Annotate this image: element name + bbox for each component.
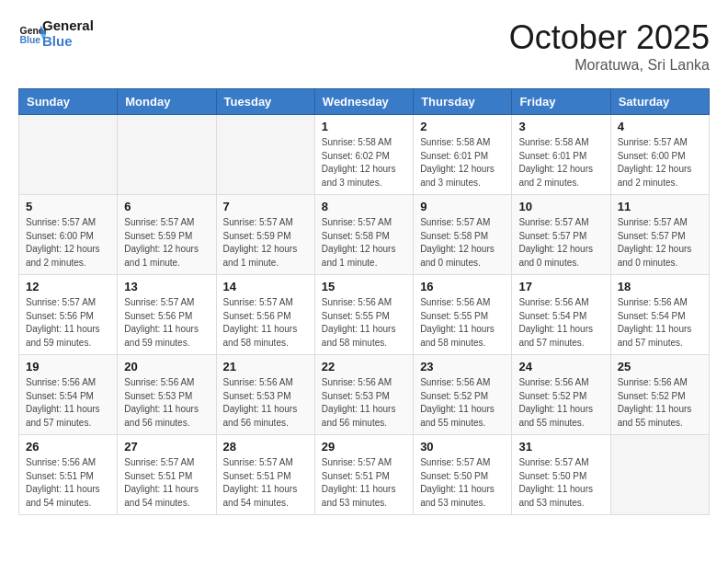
day-info: Sunrise: 5:57 AM Sunset: 5:56 PM Dayligh…: [124, 296, 209, 350]
location: Moratuwa, Sri Lanka: [509, 57, 710, 74]
day-info: Sunrise: 5:58 AM Sunset: 6:01 PM Dayligh…: [518, 136, 603, 190]
day-info: Sunrise: 5:57 AM Sunset: 5:58 PM Dayligh…: [322, 216, 406, 270]
calendar-cell: 13Sunrise: 5:57 AM Sunset: 5:56 PM Dayli…: [118, 275, 216, 355]
day-info: Sunrise: 5:57 AM Sunset: 5:58 PM Dayligh…: [420, 216, 505, 270]
calendar-cell: 21Sunrise: 5:56 AM Sunset: 5:53 PM Dayli…: [216, 355, 314, 435]
day-number: 17: [518, 280, 603, 293]
calendar-cell: 29Sunrise: 5:57 AM Sunset: 5:51 PM Dayli…: [314, 435, 413, 515]
day-number: 9: [420, 200, 505, 213]
day-info: Sunrise: 5:57 AM Sunset: 5:51 PM Dayligh…: [322, 456, 406, 510]
day-number: 26: [26, 440, 110, 454]
calendar-cell: [19, 115, 118, 195]
calendar-cell: 12Sunrise: 5:57 AM Sunset: 5:56 PM Dayli…: [19, 275, 118, 355]
calendar-cell: 28Sunrise: 5:57 AM Sunset: 5:51 PM Dayli…: [216, 435, 314, 515]
day-number: 27: [124, 440, 209, 454]
logo-blue: Blue: [42, 34, 94, 50]
month-title: October 2025: [509, 18, 710, 57]
day-info: Sunrise: 5:56 AM Sunset: 5:54 PM Dayligh…: [26, 376, 110, 430]
day-number: 23: [420, 360, 505, 373]
day-number: 1: [322, 120, 406, 133]
day-number: 24: [518, 360, 603, 373]
day-info: Sunrise: 5:57 AM Sunset: 5:51 PM Dayligh…: [223, 456, 308, 510]
calendar-cell: [118, 115, 216, 195]
day-info: Sunrise: 5:56 AM Sunset: 5:52 PM Dayligh…: [518, 376, 603, 430]
day-number: 8: [322, 200, 406, 213]
day-number: 3: [518, 120, 603, 133]
calendar-cell: 19Sunrise: 5:56 AM Sunset: 5:54 PM Dayli…: [19, 355, 118, 435]
day-info: Sunrise: 5:56 AM Sunset: 5:54 PM Dayligh…: [618, 296, 702, 350]
day-info: Sunrise: 5:57 AM Sunset: 5:50 PM Dayligh…: [518, 456, 603, 510]
day-info: Sunrise: 5:56 AM Sunset: 5:55 PM Dayligh…: [322, 296, 406, 350]
calendar-cell: 6Sunrise: 5:57 AM Sunset: 5:59 PM Daylig…: [118, 195, 216, 275]
week-row-2: 5Sunrise: 5:57 AM Sunset: 6:00 PM Daylig…: [19, 195, 710, 275]
day-number: 19: [26, 360, 110, 373]
weekday-header-row: SundayMondayTuesdayWednesdayThursdayFrid…: [19, 89, 710, 115]
day-info: Sunrise: 5:57 AM Sunset: 5:57 PM Dayligh…: [518, 216, 603, 270]
calendar-cell: [610, 435, 709, 515]
day-number: 15: [322, 280, 406, 293]
calendar-cell: 18Sunrise: 5:56 AM Sunset: 5:54 PM Dayli…: [610, 275, 709, 355]
calendar-cell: 16Sunrise: 5:56 AM Sunset: 5:55 PM Dayli…: [414, 275, 512, 355]
logo: General Blue General Blue: [18, 18, 94, 49]
weekday-thursday: Thursday: [414, 89, 512, 115]
day-number: 30: [420, 440, 505, 454]
day-number: 12: [26, 280, 110, 293]
calendar-cell: 7Sunrise: 5:57 AM Sunset: 5:59 PM Daylig…: [216, 195, 314, 275]
day-number: 18: [618, 280, 702, 293]
calendar-cell: 20Sunrise: 5:56 AM Sunset: 5:53 PM Dayli…: [118, 355, 216, 435]
calendar-cell: 17Sunrise: 5:56 AM Sunset: 5:54 PM Dayli…: [512, 275, 610, 355]
calendar-cell: 30Sunrise: 5:57 AM Sunset: 5:50 PM Dayli…: [414, 435, 512, 515]
calendar-cell: 25Sunrise: 5:56 AM Sunset: 5:52 PM Dayli…: [610, 355, 709, 435]
day-number: 16: [420, 280, 505, 293]
day-number: 31: [518, 440, 603, 454]
title-block: October 2025 Moratuwa, Sri Lanka: [509, 18, 710, 74]
day-number: 21: [223, 360, 308, 373]
calendar-table: SundayMondayTuesdayWednesdayThursdayFrid…: [18, 88, 710, 515]
calendar-cell: 3Sunrise: 5:58 AM Sunset: 6:01 PM Daylig…: [512, 115, 610, 195]
week-row-4: 19Sunrise: 5:56 AM Sunset: 5:54 PM Dayli…: [19, 355, 710, 435]
calendar-cell: 24Sunrise: 5:56 AM Sunset: 5:52 PM Dayli…: [512, 355, 610, 435]
calendar-cell: 14Sunrise: 5:57 AM Sunset: 5:56 PM Dayli…: [216, 275, 314, 355]
day-number: 4: [618, 120, 702, 133]
calendar-cell: 11Sunrise: 5:57 AM Sunset: 5:57 PM Dayli…: [610, 195, 709, 275]
weekday-friday: Friday: [512, 89, 610, 115]
day-info: Sunrise: 5:57 AM Sunset: 5:50 PM Dayligh…: [420, 456, 505, 510]
calendar-cell: 5Sunrise: 5:57 AM Sunset: 6:00 PM Daylig…: [19, 195, 118, 275]
calendar-cell: 15Sunrise: 5:56 AM Sunset: 5:55 PM Dayli…: [314, 275, 413, 355]
day-info: Sunrise: 5:58 AM Sunset: 6:01 PM Dayligh…: [420, 136, 505, 190]
calendar-body: 1Sunrise: 5:58 AM Sunset: 6:02 PM Daylig…: [19, 115, 710, 515]
day-info: Sunrise: 5:56 AM Sunset: 5:53 PM Dayligh…: [124, 376, 209, 430]
day-info: Sunrise: 5:56 AM Sunset: 5:51 PM Dayligh…: [26, 456, 110, 510]
day-info: Sunrise: 5:56 AM Sunset: 5:53 PM Dayligh…: [223, 376, 308, 430]
day-number: 13: [124, 280, 209, 293]
logo-general: General: [42, 18, 94, 34]
day-number: 5: [26, 200, 110, 213]
calendar-cell: 31Sunrise: 5:57 AM Sunset: 5:50 PM Dayli…: [512, 435, 610, 515]
calendar-cell: 10Sunrise: 5:57 AM Sunset: 5:57 PM Dayli…: [512, 195, 610, 275]
week-row-5: 26Sunrise: 5:56 AM Sunset: 5:51 PM Dayli…: [19, 435, 710, 515]
calendar-cell: 27Sunrise: 5:57 AM Sunset: 5:51 PM Dayli…: [118, 435, 216, 515]
day-number: 25: [618, 360, 702, 373]
page-header: General Blue General Blue October 2025 M…: [18, 18, 710, 74]
weekday-wednesday: Wednesday: [314, 89, 413, 115]
calendar-cell: [216, 115, 314, 195]
calendar-cell: 1Sunrise: 5:58 AM Sunset: 6:02 PM Daylig…: [314, 115, 413, 195]
day-info: Sunrise: 5:57 AM Sunset: 6:00 PM Dayligh…: [26, 216, 110, 270]
day-number: 7: [223, 200, 308, 213]
calendar-cell: 22Sunrise: 5:56 AM Sunset: 5:53 PM Dayli…: [314, 355, 413, 435]
week-row-3: 12Sunrise: 5:57 AM Sunset: 5:56 PM Dayli…: [19, 275, 710, 355]
weekday-sunday: Sunday: [19, 89, 118, 115]
day-info: Sunrise: 5:57 AM Sunset: 5:56 PM Dayligh…: [223, 296, 308, 350]
calendar-cell: 8Sunrise: 5:57 AM Sunset: 5:58 PM Daylig…: [314, 195, 413, 275]
day-info: Sunrise: 5:56 AM Sunset: 5:52 PM Dayligh…: [618, 376, 702, 430]
day-number: 2: [420, 120, 505, 133]
weekday-saturday: Saturday: [610, 89, 709, 115]
calendar-cell: 4Sunrise: 5:57 AM Sunset: 6:00 PM Daylig…: [610, 115, 709, 195]
day-info: Sunrise: 5:57 AM Sunset: 5:57 PM Dayligh…: [618, 216, 702, 270]
day-info: Sunrise: 5:57 AM Sunset: 5:59 PM Dayligh…: [223, 216, 308, 270]
day-info: Sunrise: 5:57 AM Sunset: 6:00 PM Dayligh…: [618, 136, 702, 190]
day-number: 28: [223, 440, 308, 454]
day-number: 11: [618, 200, 702, 213]
day-number: 10: [518, 200, 603, 213]
day-number: 22: [322, 360, 406, 373]
